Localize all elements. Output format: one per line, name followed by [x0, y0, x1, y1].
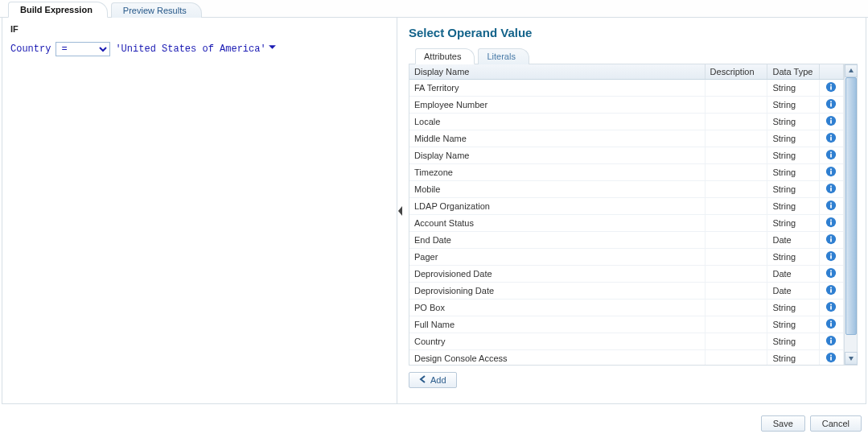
- column-header-data-type[interactable]: Data Type: [767, 64, 820, 80]
- cell-display-name: Display Name: [409, 147, 705, 164]
- expression-row: Country =!=><>=<=INNOT IN 'United States…: [10, 42, 389, 56]
- svg-rect-32: [831, 254, 833, 255]
- svg-rect-22: [831, 205, 833, 208]
- cell-description: [705, 283, 767, 300]
- svg-rect-49: [831, 357, 833, 360]
- column-header-display-name[interactable]: Display Name: [409, 64, 705, 80]
- info-icon[interactable]: [825, 132, 837, 143]
- right-operand-value: 'United States of America': [115, 43, 265, 55]
- table-row[interactable]: Deprovisioning DateDate: [409, 283, 844, 300]
- cell-info: [819, 147, 843, 164]
- table-row[interactable]: PagerString: [409, 249, 844, 266]
- svg-rect-40: [831, 306, 833, 309]
- cell-data-type: String: [767, 97, 820, 114]
- svg-rect-10: [831, 137, 833, 140]
- cell-info: [819, 266, 843, 283]
- cell-data-type: Date: [767, 283, 820, 300]
- svg-rect-43: [831, 323, 833, 326]
- svg-rect-46: [831, 340, 833, 343]
- add-button[interactable]: Add: [409, 372, 457, 388]
- table-row[interactable]: End DateDate: [409, 232, 844, 249]
- svg-rect-29: [831, 237, 833, 238]
- info-icon[interactable]: [825, 115, 837, 126]
- svg-rect-1: [831, 86, 833, 89]
- table-row[interactable]: Employee NumberString: [409, 97, 844, 114]
- cell-description: [705, 249, 767, 266]
- table-row[interactable]: Design Console AccessString: [409, 350, 844, 366]
- info-icon[interactable]: [825, 149, 837, 160]
- cell-data-type: String: [767, 198, 820, 215]
- table-row[interactable]: TimezoneString: [409, 164, 844, 181]
- info-icon[interactable]: [825, 318, 837, 329]
- cell-display-name: Design Console Access: [409, 350, 705, 366]
- info-icon[interactable]: [825, 166, 837, 177]
- sub-tab-literals[interactable]: Literals: [478, 48, 529, 64]
- cell-display-name: Timezone: [409, 164, 705, 181]
- cell-description: [705, 181, 767, 198]
- scroll-down-button[interactable]: [845, 352, 858, 365]
- info-icon[interactable]: [825, 200, 837, 211]
- chevron-left-icon: [419, 375, 427, 385]
- tab-preview-results[interactable]: Preview Results: [111, 2, 202, 18]
- table-row[interactable]: FA TerritoryString: [409, 80, 844, 97]
- cell-display-name: Locale: [409, 114, 705, 130]
- column-header-description[interactable]: Description: [705, 64, 767, 80]
- if-label: IF: [10, 24, 389, 34]
- table-row[interactable]: PO BoxString: [409, 300, 844, 316]
- cell-data-type: String: [767, 300, 820, 316]
- cell-description: [705, 80, 767, 97]
- cell-description: [705, 130, 767, 147]
- cell-description: [705, 232, 767, 249]
- scroll-thumb[interactable]: [845, 77, 857, 335]
- right-operand-dropdown[interactable]: 'United States of America': [115, 43, 276, 56]
- info-icon[interactable]: [825, 267, 837, 279]
- svg-rect-50: [831, 355, 833, 357]
- cell-display-name: Employee Number: [409, 97, 705, 114]
- cell-display-name: Deprovisioned Date: [409, 266, 705, 283]
- info-icon[interactable]: [825, 217, 837, 228]
- tab-build-expression[interactable]: Build Expression: [8, 2, 108, 18]
- table-row[interactable]: Deprovisioned DateDate: [409, 266, 844, 283]
- cell-description: [705, 300, 767, 316]
- info-icon[interactable]: [825, 233, 837, 245]
- table-row[interactable]: Display NameString: [409, 147, 844, 164]
- info-icon[interactable]: [825, 301, 837, 312]
- svg-rect-2: [831, 85, 833, 86]
- cell-info: [819, 249, 843, 266]
- pane-splitter-handle[interactable]: [397, 204, 405, 218]
- info-icon[interactable]: [825, 183, 837, 194]
- cell-data-type: String: [767, 249, 820, 266]
- cell-data-type: String: [767, 316, 820, 333]
- cell-description: [705, 316, 767, 333]
- info-icon[interactable]: [825, 352, 837, 363]
- info-icon[interactable]: [825, 98, 837, 110]
- sub-tab-attributes[interactable]: Attributes: [415, 48, 475, 64]
- scroll-up-button[interactable]: [845, 64, 858, 77]
- table-row[interactable]: LocaleString: [409, 114, 844, 130]
- cell-description: [705, 147, 767, 164]
- cell-display-name: Deprovisioning Date: [409, 283, 705, 300]
- cell-info: [819, 97, 843, 114]
- table-row[interactable]: CountryString: [409, 333, 844, 350]
- info-icon[interactable]: [825, 335, 837, 346]
- save-button[interactable]: Save: [761, 415, 805, 432]
- table-row[interactable]: LDAP OrganizationString: [409, 198, 844, 215]
- left-operand[interactable]: Country: [10, 43, 51, 55]
- table-row[interactable]: Account StatusString: [409, 215, 844, 232]
- operator-select[interactable]: =!=><>=<=INNOT IN: [56, 42, 110, 56]
- cell-data-type: String: [767, 215, 820, 232]
- table-row[interactable]: MobileString: [409, 181, 844, 198]
- cell-display-name: Account Status: [409, 215, 705, 232]
- cell-info: [819, 130, 843, 147]
- table-row[interactable]: Full NameString: [409, 316, 844, 333]
- cell-data-type: String: [767, 114, 820, 130]
- table-row[interactable]: Middle NameString: [409, 130, 844, 147]
- add-button-label: Add: [430, 375, 446, 385]
- info-icon[interactable]: [825, 81, 837, 93]
- info-icon[interactable]: [825, 250, 837, 262]
- vertical-scrollbar[interactable]: [844, 64, 857, 365]
- cell-data-type: String: [767, 181, 820, 198]
- info-icon[interactable]: [825, 284, 837, 295]
- cancel-button[interactable]: Cancel: [810, 415, 862, 432]
- dialog-footer: Save Cancel: [761, 415, 862, 432]
